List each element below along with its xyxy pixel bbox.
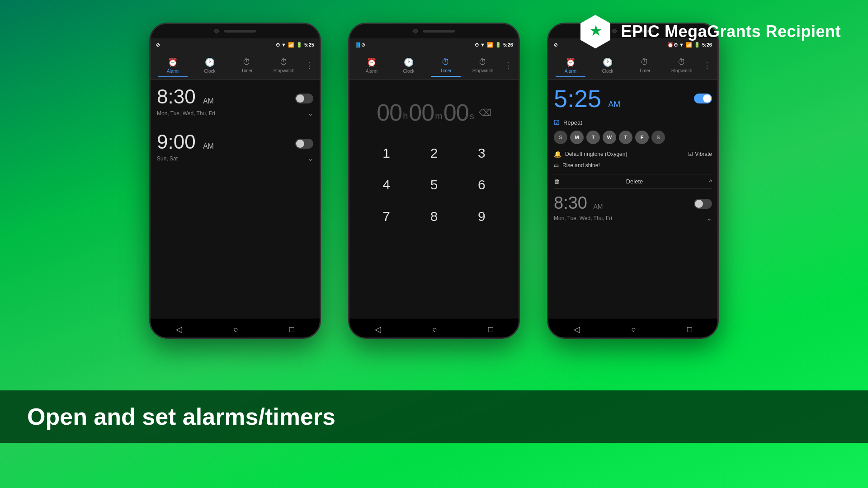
delete-icon: 🗑 [554, 178, 560, 185]
tab-clock-3[interactable]: 🕐 Clock [589, 54, 626, 77]
status-wifi-2: 📶 [487, 42, 493, 48]
status-left-2: 📘⊘ [355, 42, 365, 48]
status-battery-2: 🔋 [495, 42, 501, 48]
back-btn-3[interactable]: ◁ [565, 321, 589, 338]
phone-body-3: 5:25 AM ☑ Repeat S M T W T F [548, 80, 717, 319]
numpad-1[interactable]: 1 [365, 140, 408, 167]
numpad-4[interactable]: 4 [365, 171, 408, 198]
tab-stopwatch-2[interactable]: ⏱ Stopwatch [464, 54, 501, 77]
tab-clock-1[interactable]: 🕐 Clock [191, 54, 228, 77]
timer-m-suffix: m [435, 111, 443, 126]
alarm-expand-1[interactable]: ⌄ [307, 109, 313, 117]
home-btn-2[interactable]: ○ [423, 321, 446, 338]
day-t1[interactable]: T [586, 131, 600, 144]
alarm-ampm-1: AM [203, 97, 214, 105]
numpad-7[interactable]: 7 [365, 203, 408, 230]
recent-btn-1[interactable]: □ [280, 321, 303, 338]
timer-s-suffix: s [470, 111, 474, 126]
more-options-2[interactable]: ⋮ [501, 61, 515, 70]
alarm-time-value-3-2: 8:30 [554, 193, 587, 212]
tab-alarm-1[interactable]: ⏰ Alarm [154, 54, 191, 77]
alarm-divider-1 [157, 125, 313, 125]
alarm-time-row-2: 9:00 AM [157, 131, 313, 153]
home-btn-1[interactable]: ○ [224, 321, 247, 338]
label-icon: ▭ [554, 162, 559, 169]
tab-stopwatch-label-2: Stopwatch [472, 68, 494, 73]
numpad-3[interactable]: 3 [460, 140, 503, 167]
tab-clock-2[interactable]: 🕐 Clock [390, 54, 427, 77]
tab-alarm-3[interactable]: ⏰ Alarm [552, 54, 589, 77]
tab-alarm-2[interactable]: ⏰ Alarm [353, 54, 390, 77]
backspace-icon[interactable]: ⌫ [479, 107, 491, 118]
timer-seconds: 00 [443, 99, 469, 126]
phone-speaker-2 [423, 30, 455, 33]
phone-2-frame: 📘⊘ ⊖ ▼ 📶 🔋 5:26 ⏰ Alarm 🕐 Clock [348, 23, 520, 339]
nav-tabs-1[interactable]: ⏰ Alarm 🕐 Clock ⏱ Timer ⏱ Stopwatch ⋮ [151, 51, 320, 80]
nav-tabs-2[interactable]: ⏰ Alarm 🕐 Clock ⏱ Timer ⏱ Stopwatch ⋮ [349, 51, 519, 80]
alarm-expand-3-2[interactable]: ⌄ [706, 214, 712, 222]
phone-camera-1 [214, 29, 219, 33]
phone-nav-bar-1: ◁ ○ □ [151, 319, 320, 339]
alarm-toggle-1[interactable] [295, 94, 313, 103]
back-btn-2[interactable]: ◁ [366, 321, 390, 338]
main-toggle[interactable] [694, 94, 712, 103]
status-icon-1: ⊘ [156, 42, 160, 48]
phone-camera-2 [413, 29, 418, 33]
timer-icon-1: ⏱ [243, 57, 251, 67]
clock-icon-1: 🕐 [205, 57, 215, 67]
tab-stopwatch-label-1: Stopwatch [274, 68, 295, 73]
phone-speaker-1 [224, 30, 256, 33]
numpad-9[interactable]: 9 [460, 203, 503, 230]
more-options-1[interactable]: ⋮ [302, 61, 316, 70]
numpad: 1 2 3 4 5 6 7 8 9 [356, 135, 512, 235]
repeat-checkbox[interactable]: ☑ [554, 119, 560, 126]
recent-btn-2[interactable]: □ [479, 321, 502, 338]
alarm-icon-1: ⏰ [168, 57, 178, 67]
ringtone-label: Default ringtone (Oxygen) [565, 151, 627, 157]
phone-2: 📘⊘ ⊖ ▼ 📶 🔋 5:26 ⏰ Alarm 🕐 Clock [348, 23, 520, 339]
alarm-days-3-2: Mon, Tue, Wed, Thu, Fri [554, 215, 612, 221]
stopwatch-icon-2: ⏱ [479, 57, 487, 67]
tab-timer-label-3: Timer [639, 68, 650, 73]
numpad-8[interactable]: 8 [412, 203, 455, 230]
day-f[interactable]: F [635, 131, 649, 144]
vibrate-checkbox[interactable]: ☑ [688, 151, 693, 157]
back-btn-1[interactable]: ◁ [167, 321, 191, 338]
day-s2[interactable]: S [651, 131, 665, 144]
collapse-icon[interactable]: ^ [709, 178, 712, 185]
day-m[interactable]: M [570, 131, 584, 144]
phone-nav-bar-3: ◁ ○ □ [548, 319, 717, 339]
tab-stopwatch-1[interactable]: ⏱ Stopwatch [265, 54, 302, 77]
alarm-expand-2[interactable]: ⌄ [307, 154, 313, 163]
phone-1: ⊘ ⊖ ▼ 📶 🔋 5:25 ⏰ Alarm 🕐 Clock [149, 23, 321, 339]
main-time-display: 5:25 AM [554, 84, 620, 113]
status-time-2: 5:26 [503, 42, 513, 47]
repeat-row: ☑ Repeat [554, 119, 712, 126]
tab-stopwatch-3[interactable]: ⏱ Stopwatch [663, 54, 700, 77]
nav-tabs-3[interactable]: ⏰ Alarm 🕐 Clock ⏱ Timer ⏱ Stopwatch ⋮ [548, 51, 717, 80]
day-w[interactable]: W [603, 131, 616, 144]
ringtone-icon: 🔔 [554, 150, 561, 158]
tab-timer-2[interactable]: ⏱ Timer [427, 54, 464, 77]
alarm-item-2: 9:00 AM Sun, Sat ⌄ [157, 131, 313, 163]
alarm-toggle-2[interactable] [295, 139, 313, 149]
home-btn-3[interactable]: ○ [622, 321, 645, 338]
day-s1[interactable]: S [554, 131, 567, 144]
status-signal-1: ⊖ ▼ [276, 42, 286, 48]
tab-timer-3[interactable]: ⏱ Timer [626, 54, 663, 77]
tab-timer-label-1: Timer [241, 68, 252, 73]
numpad-6[interactable]: 6 [460, 171, 503, 198]
alarm-time-row-1: 8:30 AM [157, 85, 313, 108]
status-time-1: 5:25 [304, 42, 314, 47]
numpad-2[interactable]: 2 [412, 140, 455, 167]
alarm-ampm-2: AM [203, 142, 214, 150]
numpad-5[interactable]: 5 [412, 171, 455, 198]
more-options-3[interactable]: ⋮ [700, 61, 714, 70]
alarm-icon-2: ⏰ [367, 57, 377, 67]
recent-btn-3[interactable]: □ [678, 321, 701, 338]
phone-nav-bar-2: ◁ ○ □ [349, 319, 519, 339]
tab-timer-1[interactable]: ⏱ Timer [228, 54, 265, 77]
day-t2[interactable]: T [619, 131, 632, 144]
clock-toggle-row: 5:25 AM [554, 84, 712, 113]
alarm-toggle-3-2[interactable] [694, 199, 712, 209]
